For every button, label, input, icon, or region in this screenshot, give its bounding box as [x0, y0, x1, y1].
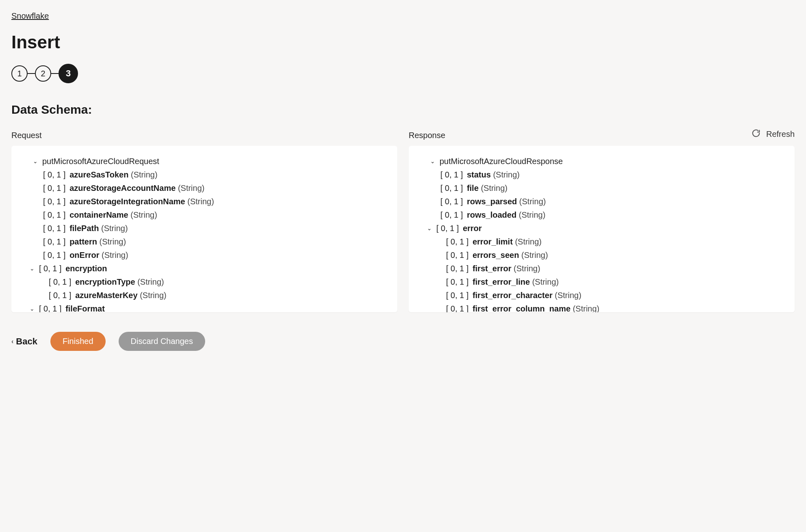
tree-leaf: [ 0, 1 ] encryptionType (String) — [41, 275, 393, 289]
tree-root-request[interactable]: ⌄ putMicrosoftAzureCloudRequest — [15, 155, 393, 168]
tree-leaf: [ 0, 1 ] rows_loaded (String) — [433, 208, 791, 222]
request-panel: ⌄ putMicrosoftAzureCloudRequest [ 0, 1 ]… — [11, 146, 397, 312]
tree-leaf: [ 0, 1 ] first_error (String) — [439, 262, 791, 275]
step-3[interactable]: 3 — [58, 64, 78, 83]
tree-leaf: [ 0, 1 ] first_error_character (String) — [439, 289, 791, 302]
tree-leaf: [ 0, 1 ] first_error_line (String) — [439, 275, 791, 289]
chevron-down-icon[interactable]: ⌄ — [429, 157, 436, 166]
tree-root-response[interactable]: ⌄ putMicrosoftAzureCloudResponse — [413, 155, 791, 168]
tree-leaf: [ 0, 1 ] status (String) — [433, 168, 791, 182]
response-header: Response — [409, 131, 795, 140]
tree-leaf: [ 0, 1 ] rows_parsed (String) — [433, 195, 791, 208]
chevron-down-icon[interactable]: ⌄ — [32, 157, 39, 166]
tree-leaf: [ 0, 1 ] errors_seen (String) — [439, 249, 791, 262]
tree-leaf: [ 0, 1 ] pattern (String) — [36, 235, 393, 249]
tree-leaf: [ 0, 1 ] error_limit (String) — [439, 235, 791, 249]
tree-leaf: [ 0, 1 ] file (String) — [433, 182, 791, 195]
step-connector — [28, 73, 35, 74]
section-title: Data Schema: — [11, 103, 795, 117]
tree-leaf: [ 0, 1 ] first_error_column_name (String… — [439, 302, 791, 312]
tree-root-label: putMicrosoftAzureCloudResponse — [440, 155, 563, 168]
tree-root-label: putMicrosoftAzureCloudRequest — [42, 155, 159, 168]
tree-leaf: [ 0, 1 ] azureMasterKey (String) — [41, 289, 393, 302]
step-2[interactable]: 2 — [35, 65, 51, 82]
breadcrumb-snowflake[interactable]: Snowflake — [11, 11, 49, 20]
step-1[interactable]: 1 — [11, 65, 28, 82]
step-connector — [51, 73, 58, 74]
finished-button[interactable]: Finished — [50, 332, 106, 351]
discard-changes-button[interactable]: Discard Changes — [119, 332, 205, 351]
stepper: 1 2 3 — [11, 64, 795, 83]
tree-leaf: [ 0, 1 ] azureStorageAccountName (String… — [36, 182, 393, 195]
back-label: Back — [16, 336, 37, 347]
tree-leaf: [ 0, 1 ] azureStorageIntegrationName (St… — [36, 195, 393, 208]
tree-leaf: [ 0, 1 ] azureSasToken (String) — [36, 168, 393, 182]
tree-node-encryption[interactable]: ⌄ [ 0, 1 ] encryption — [28, 262, 393, 275]
back-button[interactable]: ‹ Back — [11, 336, 37, 347]
page-title: Insert — [11, 32, 795, 52]
request-header: Request — [11, 131, 397, 140]
tree-node-fileformat[interactable]: ⌄ [ 0, 1 ] fileFormat — [28, 302, 393, 312]
response-panel: ⌄ putMicrosoftAzureCloudResponse [ 0, 1 … — [409, 146, 795, 312]
chevron-down-icon[interactable]: ⌄ — [426, 224, 433, 233]
chevron-down-icon[interactable]: ⌄ — [28, 264, 36, 273]
chevron-down-icon[interactable]: ⌄ — [28, 304, 36, 312]
tree-leaf: [ 0, 1 ] filePath (String) — [36, 222, 393, 235]
chevron-left-icon: ‹ — [11, 338, 13, 345]
tree-leaf: [ 0, 1 ] onError (String) — [36, 249, 393, 262]
tree-node-error[interactable]: ⌄ [ 0, 1 ] error — [426, 222, 791, 235]
tree-leaf: [ 0, 1 ] containerName (String) — [36, 208, 393, 222]
